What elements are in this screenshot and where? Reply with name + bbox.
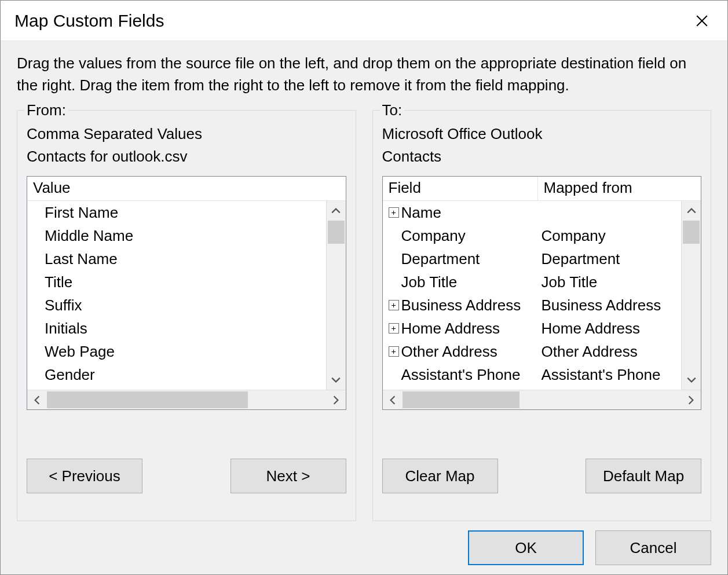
chevron-left-icon bbox=[387, 395, 398, 405]
instructions-text: Drag the values from the source file on … bbox=[17, 53, 711, 96]
panes: From: Comma Separated Values Contacts fo… bbox=[17, 110, 711, 521]
from-meta: Comma Separated Values Contacts for outl… bbox=[27, 123, 346, 168]
list-item[interactable]: +Other AddressOther Address bbox=[383, 340, 682, 363]
field-cell: Home Address bbox=[401, 320, 500, 338]
chevron-up-icon bbox=[686, 206, 697, 216]
chevron-left-icon bbox=[32, 395, 42, 405]
expand-icon[interactable]: + bbox=[389, 207, 399, 218]
value-cell: Initials bbox=[31, 320, 326, 338]
chevron-right-icon bbox=[686, 395, 696, 405]
list-item[interactable]: Job TitleJob Title bbox=[383, 270, 682, 294]
mapped-from-cell: Department bbox=[542, 250, 682, 268]
value-cell: Web Page bbox=[31, 343, 326, 361]
list-item[interactable]: +Home AddressHome Address bbox=[383, 317, 682, 340]
list-item[interactable]: First Name bbox=[27, 201, 326, 224]
to-folder: Contacts bbox=[382, 145, 702, 168]
scroll-down-button[interactable] bbox=[327, 370, 346, 390]
from-list-header: Value bbox=[27, 177, 346, 201]
field-cell: Job Title bbox=[401, 273, 458, 291]
from-format: Comma Separated Values bbox=[27, 123, 346, 145]
dialog-title: Map Custom Fields bbox=[14, 11, 690, 31]
list-item[interactable]: Assistant's PhoneAssistant's Phone bbox=[383, 363, 682, 386]
from-hscroll[interactable] bbox=[27, 390, 346, 409]
next-button[interactable]: Next > bbox=[231, 459, 346, 493]
from-label: From: bbox=[24, 101, 68, 119]
mapped-from-cell: Other Address bbox=[542, 343, 682, 361]
scroll-thumb[interactable] bbox=[403, 391, 520, 408]
titlebar: Map Custom Fields bbox=[1, 1, 727, 41]
to-header-mapped[interactable]: Mapped from bbox=[538, 177, 701, 200]
client-area: Drag the values from the source file on … bbox=[1, 41, 727, 574]
to-label: To: bbox=[380, 101, 405, 119]
to-list-header: Field Mapped from bbox=[383, 177, 701, 201]
list-item[interactable]: Suffix bbox=[27, 294, 326, 317]
value-cell: Last Name bbox=[31, 250, 326, 268]
scroll-track[interactable] bbox=[47, 390, 326, 409]
default-map-button[interactable]: Default Map bbox=[586, 459, 701, 493]
value-cell: First Name bbox=[31, 204, 326, 222]
close-icon bbox=[696, 15, 708, 27]
to-app: Microsoft Office Outlook bbox=[382, 123, 702, 145]
list-item[interactable]: Title bbox=[27, 270, 326, 294]
from-list-body: First NameMiddle NameLast NameTitleSuffi… bbox=[27, 201, 346, 390]
to-hscroll[interactable] bbox=[383, 390, 701, 409]
value-cell: Middle Name bbox=[31, 227, 326, 245]
from-list[interactable]: Value First NameMiddle NameLast NameTitl… bbox=[27, 176, 346, 410]
value-cell: Suffix bbox=[31, 296, 326, 314]
to-list-body: +NameCompanyCompanyDepartmentDepartmentJ… bbox=[383, 201, 701, 390]
previous-button[interactable]: < Previous bbox=[27, 459, 142, 493]
expand-icon[interactable]: + bbox=[389, 300, 399, 310]
to-header-field[interactable]: Field bbox=[383, 177, 538, 200]
list-item[interactable]: +Business AddressBusiness Address bbox=[383, 294, 682, 317]
scroll-left-button[interactable] bbox=[27, 390, 47, 409]
field-cell: Assistant's Phone bbox=[401, 366, 521, 384]
from-vscroll[interactable] bbox=[326, 201, 346, 390]
list-item[interactable]: CompanyCompany bbox=[383, 224, 682, 247]
to-vscroll[interactable] bbox=[681, 201, 701, 390]
field-cell: Department bbox=[401, 250, 480, 268]
list-item[interactable]: Last Name bbox=[27, 247, 326, 270]
scroll-down-button[interactable] bbox=[682, 370, 701, 390]
scroll-up-button[interactable] bbox=[682, 201, 701, 221]
dialog-buttons: OK Cancel bbox=[17, 530, 711, 565]
scroll-up-button[interactable] bbox=[327, 201, 346, 221]
value-cell: Title bbox=[31, 273, 326, 291]
list-item[interactable]: Web Page bbox=[27, 340, 326, 363]
scroll-track[interactable] bbox=[327, 221, 346, 370]
to-buttons: Clear Map Default Map bbox=[382, 459, 702, 493]
expand-icon[interactable]: + bbox=[389, 323, 399, 334]
to-group: To: Microsoft Office Outlook Contacts Fi… bbox=[372, 110, 712, 521]
scroll-thumb[interactable] bbox=[328, 221, 345, 244]
mapped-from-cell: Assistant's Phone bbox=[542, 366, 682, 384]
from-header-value[interactable]: Value bbox=[27, 177, 346, 200]
field-cell: Business Address bbox=[401, 296, 521, 314]
mapped-from-cell: Business Address bbox=[542, 296, 682, 314]
chevron-down-icon bbox=[331, 375, 341, 385]
mapped-from-cell: Job Title bbox=[542, 273, 682, 291]
close-button[interactable] bbox=[690, 9, 714, 32]
list-item[interactable]: Initials bbox=[27, 317, 326, 340]
clear-map-button[interactable]: Clear Map bbox=[382, 459, 498, 493]
value-cell: Gender bbox=[31, 366, 326, 384]
scroll-thumb[interactable] bbox=[47, 391, 248, 408]
list-item[interactable]: Gender bbox=[27, 363, 326, 386]
cancel-button[interactable]: Cancel bbox=[595, 530, 711, 565]
scroll-right-button[interactable] bbox=[681, 390, 701, 409]
list-item[interactable]: +Name bbox=[383, 201, 682, 224]
scroll-track[interactable] bbox=[682, 221, 701, 370]
from-group: From: Comma Separated Values Contacts fo… bbox=[17, 110, 356, 521]
field-cell: Other Address bbox=[401, 343, 497, 361]
to-list[interactable]: Field Mapped from +NameCompanyCompanyDep… bbox=[382, 176, 702, 410]
field-cell: Company bbox=[401, 227, 466, 245]
scroll-track[interactable] bbox=[403, 390, 682, 409]
list-item[interactable]: Middle Name bbox=[27, 224, 326, 247]
expand-icon[interactable]: + bbox=[389, 346, 399, 357]
list-item[interactable]: DepartmentDepartment bbox=[383, 247, 682, 270]
to-rows: +NameCompanyCompanyDepartmentDepartmentJ… bbox=[383, 201, 682, 390]
ok-button[interactable]: OK bbox=[468, 530, 584, 565]
scroll-right-button[interactable] bbox=[326, 390, 346, 409]
chevron-right-icon bbox=[331, 395, 341, 405]
scroll-thumb[interactable] bbox=[683, 221, 700, 244]
scroll-left-button[interactable] bbox=[383, 390, 403, 409]
chevron-up-icon bbox=[331, 206, 341, 216]
